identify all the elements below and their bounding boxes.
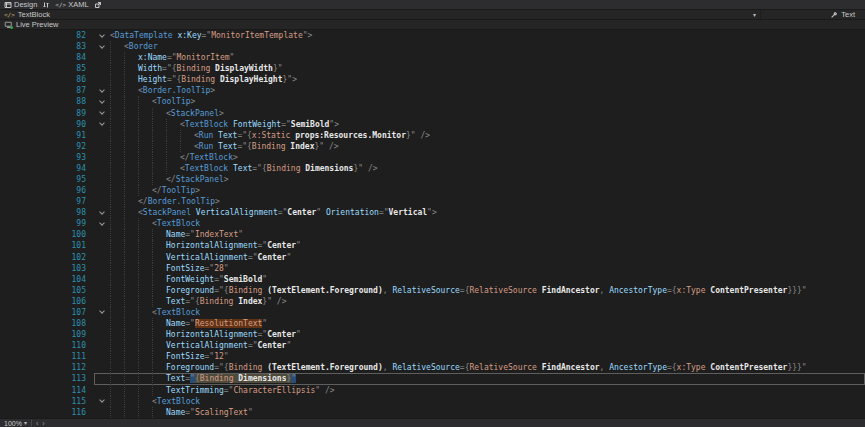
code-token: ="{ — [162, 64, 176, 73]
fold-chevron-icon[interactable] — [99, 397, 105, 403]
indent-guide — [124, 229, 125, 240]
code-line-body: <TextBlock — [94, 218, 865, 229]
indent-guide — [110, 263, 111, 274]
code-token: }" — [353, 164, 363, 173]
code-token: Center — [258, 253, 287, 262]
member-dropdown[interactable]: Text — [760, 10, 865, 19]
indent-guide — [152, 252, 153, 263]
code-token: " — [262, 275, 267, 284]
indent-guide — [124, 318, 125, 329]
code-text: HorizontalAlignment="Center" — [110, 240, 865, 251]
code-line: 89<StackPanel> — [0, 108, 865, 119]
fold-margin[interactable] — [94, 85, 110, 96]
element-dropdown[interactable]: </> TextBlock ▾ — [0, 10, 760, 19]
code-token: Binding — [229, 363, 268, 372]
fold-margin[interactable] — [94, 396, 110, 407]
code-area[interactable]: 82<DataTemplate x:Key="MonitorItemTempla… — [0, 30, 865, 418]
line-number: 87 — [0, 85, 94, 96]
fold-chevron-icon[interactable] — [99, 87, 105, 93]
popout-button[interactable] — [94, 1, 102, 9]
indent-guide — [124, 373, 125, 384]
indent-guide — [110, 130, 111, 141]
indent-guide — [152, 362, 153, 373]
code-text: </Border.ToolTip> — [110, 196, 865, 207]
tab-xaml[interactable]: </> XAML — [55, 0, 88, 9]
breadcrumb-member-label: Text — [841, 10, 855, 19]
line-number: 88 — [0, 96, 94, 107]
line-number: 85 — [0, 63, 94, 74]
line-number: 99 — [0, 218, 94, 229]
fold-margin[interactable] — [94, 307, 110, 318]
code-text: <StackPanel VerticalAlignment="Center" O… — [110, 207, 865, 218]
fold-margin — [94, 329, 110, 340]
code-line: 87<Border.ToolTip> — [0, 85, 865, 96]
fold-chevron-icon[interactable] — [99, 43, 105, 49]
code-token: Text — [233, 164, 252, 173]
scroll-left-icon[interactable]: ‹ — [36, 420, 38, 427]
fold-chevron-icon[interactable] — [99, 309, 105, 315]
indent-guide — [152, 130, 153, 141]
code-line-body: <TextBlock FontWeight="SemiBold"> — [94, 119, 865, 130]
code-token: TextBlock — [157, 308, 200, 317]
indent-guide — [138, 373, 139, 384]
code-token: > — [224, 175, 229, 184]
code-line: 83<Border — [0, 41, 865, 52]
element-dropdown-chevron-icon[interactable]: ▾ — [753, 12, 756, 18]
line-number: 103 — [0, 263, 94, 274]
code-token: ContentPresenter — [710, 363, 787, 372]
code-token: VerticalAlignment — [196, 208, 278, 217]
code-line: 91<Run Text="{x:Static props:Resources.M… — [0, 130, 865, 141]
code-token: Dimensions — [238, 374, 286, 383]
code-token: TextBlock — [185, 164, 228, 173]
fold-margin[interactable] — [94, 41, 110, 52]
code-text: Foreground="{Binding (TextElement.Foregr… — [110, 285, 865, 296]
fold-margin[interactable] — [94, 119, 110, 130]
code-token: 12 — [214, 352, 224, 361]
code-line-body: <TextBlock Text="{Binding Dimensions}" /… — [94, 163, 865, 174]
indent-guide — [152, 141, 153, 152]
fold-chevron-icon[interactable] — [99, 98, 105, 104]
code-token: ToolTip — [157, 97, 191, 106]
code-token: , — [383, 363, 393, 372]
line-number: 95 — [0, 174, 94, 185]
code-line: 95</StackPanel> — [0, 174, 865, 185]
code-token: " — [248, 408, 253, 417]
code-token: IndexText — [195, 230, 238, 239]
fold-chevron-icon[interactable] — [99, 220, 105, 226]
code-line: 92<Run Text="{Binding Index}" /> — [0, 141, 865, 152]
code-text: <TextBlock Text="{Binding Dimensions}" /… — [110, 163, 865, 174]
fold-margin[interactable] — [94, 218, 110, 229]
line-number: 89 — [0, 108, 94, 119]
code-line: 82<DataTemplate x:Key="MonitorItemTempla… — [0, 30, 865, 41]
code-token: " — [286, 341, 291, 350]
zoom-control[interactable]: 100% ▾ — [4, 420, 27, 427]
scroll-right-icon[interactable]: › — [42, 420, 44, 427]
code-line: 102VerticalAlignment="Center" — [0, 252, 865, 263]
indent-guide — [110, 296, 111, 307]
code-token: Center — [267, 241, 296, 250]
code-token: > — [233, 153, 238, 162]
code-token: HorizontalAlignment — [166, 330, 258, 339]
fold-chevron-icon[interactable] — [99, 32, 105, 38]
fold-margin[interactable] — [94, 108, 110, 119]
code-token: =" — [248, 253, 258, 262]
indent-guide — [124, 141, 125, 152]
tab-design[interactable]: Design — [4, 0, 37, 9]
live-preview-bar[interactable]: Live Preview — [0, 20, 865, 30]
fold-chevron-icon[interactable] — [99, 109, 105, 115]
code-text: Foreground="{Binding (TextElement.Foregr… — [110, 362, 865, 373]
code-token: Run — [199, 131, 213, 140]
code-token: FindAncestor — [542, 286, 600, 295]
fold-margin[interactable] — [94, 207, 110, 218]
fold-chevron-icon[interactable] — [99, 120, 105, 126]
code-text: x:Name="MonitorItem" — [110, 52, 865, 63]
code-token: > — [191, 97, 196, 106]
xaml-icon: </> — [55, 1, 66, 8]
line-number: 111 — [0, 351, 94, 362]
fold-chevron-icon[interactable] — [99, 209, 105, 215]
fold-margin[interactable] — [94, 96, 110, 107]
indent-guide — [124, 74, 125, 85]
indent-guide — [138, 362, 139, 373]
fold-margin[interactable] — [94, 30, 110, 41]
swap-panes-button[interactable] — [42, 1, 50, 9]
